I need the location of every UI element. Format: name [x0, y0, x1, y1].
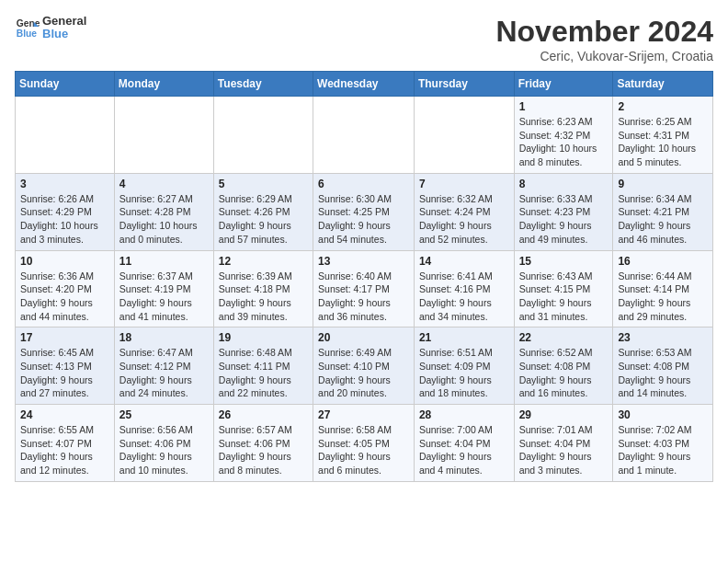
day-number: 4	[119, 178, 209, 190]
day-info: Sunrise: 6:48 AMSunset: 4:11 PMDaylight:…	[219, 346, 308, 400]
calendar-cell: 18Sunrise: 6:47 AMSunset: 4:12 PMDayligh…	[114, 327, 213, 405]
calendar-cell: 1Sunrise: 6:23 AMSunset: 4:32 PMDaylight…	[514, 97, 613, 174]
day-info: Sunrise: 6:30 AMSunset: 4:25 PMDaylight:…	[318, 192, 409, 247]
day-info: Sunrise: 7:00 AMSunset: 4:04 PMDaylight:…	[419, 423, 509, 477]
month-title: November 2024	[495, 15, 713, 49]
title-block: November 2024 Ceric, Vukovar-Srijem, Cro…	[495, 15, 713, 63]
calendar-cell: 20Sunrise: 6:49 AMSunset: 4:10 PMDayligh…	[313, 327, 415, 405]
calendar-table: SundayMondayTuesdayWednesdayThursdayFrid…	[15, 71, 713, 482]
day-info: Sunrise: 6:41 AMSunset: 4:16 PMDaylight:…	[419, 270, 509, 324]
day-info: Sunrise: 6:45 AMSunset: 4:13 PMDaylight:…	[20, 346, 109, 400]
calendar-cell: 24Sunrise: 6:55 AMSunset: 4:07 PMDayligh…	[16, 405, 115, 482]
day-info: Sunrise: 6:53 AMSunset: 4:08 PMDaylight:…	[618, 346, 708, 400]
calendar-cell: 26Sunrise: 6:57 AMSunset: 4:06 PMDayligh…	[213, 405, 313, 482]
day-number: 26	[219, 408, 308, 421]
calendar-week-3: 10Sunrise: 6:36 AMSunset: 4:20 PMDayligh…	[16, 250, 713, 327]
calendar-cell	[313, 97, 415, 174]
day-number: 23	[618, 331, 708, 344]
day-number: 6	[318, 178, 409, 190]
day-number: 5	[219, 178, 308, 190]
day-info: Sunrise: 6:57 AMSunset: 4:06 PMDaylight:…	[219, 423, 308, 477]
weekday-header-monday: Monday	[114, 72, 213, 97]
day-info: Sunrise: 6:32 AMSunset: 4:24 PMDaylight:…	[419, 192, 509, 247]
calendar-cell: 25Sunrise: 6:56 AMSunset: 4:06 PMDayligh…	[114, 405, 213, 482]
calendar-cell: 9Sunrise: 6:34 AMSunset: 4:21 PMDaylight…	[613, 173, 713, 250]
day-number: 10	[20, 255, 109, 268]
calendar-week-2: 3Sunrise: 6:26 AMSunset: 4:29 PMDaylight…	[16, 173, 713, 250]
calendar-cell: 23Sunrise: 6:53 AMSunset: 4:08 PMDayligh…	[613, 327, 713, 405]
day-info: Sunrise: 6:58 AMSunset: 4:05 PMDaylight:…	[318, 423, 409, 477]
day-info: Sunrise: 6:47 AMSunset: 4:12 PMDaylight:…	[119, 346, 209, 400]
day-info: Sunrise: 6:52 AMSunset: 4:08 PMDaylight:…	[519, 346, 609, 400]
calendar-week-1: 1Sunrise: 6:23 AMSunset: 4:32 PMDaylight…	[16, 97, 713, 174]
day-number: 29	[519, 408, 609, 421]
calendar-cell	[414, 97, 514, 174]
day-number: 20	[318, 331, 409, 344]
day-info: Sunrise: 6:29 AMSunset: 4:26 PMDaylight:…	[219, 192, 308, 247]
day-info: Sunrise: 6:33 AMSunset: 4:23 PMDaylight:…	[519, 192, 609, 247]
calendar-cell: 17Sunrise: 6:45 AMSunset: 4:13 PMDayligh…	[16, 327, 115, 405]
day-info: Sunrise: 6:25 AMSunset: 4:31 PMDaylight:…	[618, 115, 708, 169]
day-info: Sunrise: 6:44 AMSunset: 4:14 PMDaylight:…	[618, 270, 708, 324]
day-number: 18	[119, 331, 209, 344]
day-number: 28	[419, 408, 509, 421]
logo: General Blue General Blue	[15, 15, 86, 41]
day-number: 8	[519, 178, 609, 190]
day-info: Sunrise: 7:01 AMSunset: 4:04 PMDaylight:…	[519, 423, 609, 477]
calendar-cell: 21Sunrise: 6:51 AMSunset: 4:09 PMDayligh…	[414, 327, 514, 405]
day-number: 21	[419, 331, 509, 344]
calendar-cell: 8Sunrise: 6:33 AMSunset: 4:23 PMDaylight…	[514, 173, 613, 250]
day-number: 17	[20, 331, 109, 344]
calendar-header: SundayMondayTuesdayWednesdayThursdayFrid…	[16, 72, 713, 97]
day-number: 11	[119, 255, 209, 268]
calendar-cell	[16, 97, 115, 174]
calendar-cell: 5Sunrise: 6:29 AMSunset: 4:26 PMDaylight…	[213, 173, 313, 250]
weekday-header-friday: Friday	[514, 72, 613, 97]
day-info: Sunrise: 6:37 AMSunset: 4:19 PMDaylight:…	[119, 270, 209, 324]
day-info: Sunrise: 6:27 AMSunset: 4:28 PMDaylight:…	[119, 192, 209, 247]
day-number: 19	[219, 331, 308, 344]
day-number: 15	[519, 255, 609, 268]
day-info: Sunrise: 6:26 AMSunset: 4:29 PMDaylight:…	[20, 192, 109, 247]
logo-icon: General Blue	[15, 15, 40, 40]
day-info: Sunrise: 7:02 AMSunset: 4:03 PMDaylight:…	[618, 423, 708, 477]
calendar-cell: 6Sunrise: 6:30 AMSunset: 4:25 PMDaylight…	[313, 173, 415, 250]
day-number: 7	[419, 178, 509, 190]
day-number: 22	[519, 331, 609, 344]
day-number: 13	[318, 255, 409, 268]
calendar-cell: 30Sunrise: 7:02 AMSunset: 4:03 PMDayligh…	[613, 405, 713, 482]
day-info: Sunrise: 6:49 AMSunset: 4:10 PMDaylight:…	[318, 346, 409, 400]
day-number: 9	[618, 178, 708, 190]
day-number: 27	[318, 408, 409, 421]
calendar-body: 1Sunrise: 6:23 AMSunset: 4:32 PMDaylight…	[16, 97, 713, 482]
location-subtitle: Ceric, Vukovar-Srijem, Croatia	[495, 49, 713, 63]
calendar-cell: 10Sunrise: 6:36 AMSunset: 4:20 PMDayligh…	[16, 250, 115, 327]
logo-line2: Blue	[42, 28, 86, 40]
calendar-cell	[213, 97, 313, 174]
calendar-cell: 19Sunrise: 6:48 AMSunset: 4:11 PMDayligh…	[213, 327, 313, 405]
calendar-cell: 16Sunrise: 6:44 AMSunset: 4:14 PMDayligh…	[613, 250, 713, 327]
calendar-cell: 7Sunrise: 6:32 AMSunset: 4:24 PMDaylight…	[414, 173, 514, 250]
calendar-cell: 2Sunrise: 6:25 AMSunset: 4:31 PMDaylight…	[613, 97, 713, 174]
calendar-cell: 3Sunrise: 6:26 AMSunset: 4:29 PMDaylight…	[16, 173, 115, 250]
calendar-cell: 13Sunrise: 6:40 AMSunset: 4:17 PMDayligh…	[313, 250, 415, 327]
logo-line1: General	[42, 15, 86, 28]
day-info: Sunrise: 6:55 AMSunset: 4:07 PMDaylight:…	[20, 423, 109, 477]
calendar-cell: 22Sunrise: 6:52 AMSunset: 4:08 PMDayligh…	[514, 327, 613, 405]
day-number: 3	[20, 178, 109, 190]
calendar-week-4: 17Sunrise: 6:45 AMSunset: 4:13 PMDayligh…	[16, 327, 713, 405]
calendar-cell: 12Sunrise: 6:39 AMSunset: 4:18 PMDayligh…	[213, 250, 313, 327]
day-number: 24	[20, 408, 109, 421]
weekday-header-wednesday: Wednesday	[313, 72, 415, 97]
day-info: Sunrise: 6:34 AMSunset: 4:21 PMDaylight:…	[618, 192, 708, 247]
weekday-header-tuesday: Tuesday	[213, 72, 313, 97]
day-number: 30	[618, 408, 708, 421]
day-info: Sunrise: 6:23 AMSunset: 4:32 PMDaylight:…	[519, 115, 609, 169]
day-info: Sunrise: 6:36 AMSunset: 4:20 PMDaylight:…	[20, 270, 109, 324]
page-header: General Blue General Blue November 2024 …	[15, 15, 713, 63]
calendar-cell: 4Sunrise: 6:27 AMSunset: 4:28 PMDaylight…	[114, 173, 213, 250]
calendar-cell: 27Sunrise: 6:58 AMSunset: 4:05 PMDayligh…	[313, 405, 415, 482]
day-number: 1	[519, 100, 609, 113]
calendar-cell: 14Sunrise: 6:41 AMSunset: 4:16 PMDayligh…	[414, 250, 514, 327]
day-info: Sunrise: 6:39 AMSunset: 4:18 PMDaylight:…	[219, 270, 308, 324]
